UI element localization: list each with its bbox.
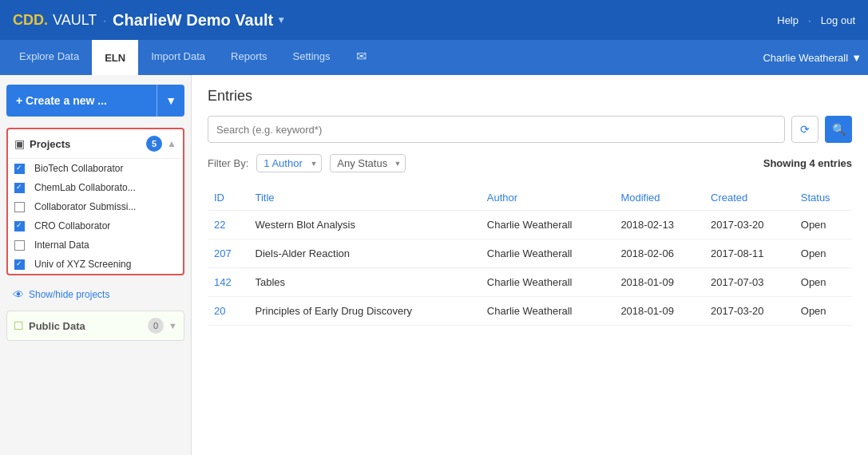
search-input[interactable] [208,116,785,143]
nav-mail[interactable]: ✉ [343,40,379,75]
header-separator: · [103,14,106,26]
project-univ-checkbox[interactable] [14,259,25,270]
header: CDD.VAULT · CharlieW Demo Vault ▼ Help ·… [0,0,868,40]
show-hide-icon: 👁 [13,288,24,301]
status-filter[interactable]: Any Status [330,154,406,172]
nav-reports[interactable]: Reports [218,40,280,75]
cell-author: Charlie Weatherall [481,297,615,326]
project-internal-checkbox[interactable] [14,240,25,251]
project-chemlab-checkbox[interactable] [14,183,25,193]
cell-modified: 2018-02-06 [614,239,704,268]
logout-link[interactable]: Log out [821,14,855,26]
col-id: ID [208,185,249,211]
cell-id: 142 [208,268,249,297]
show-hide-label: Show/hide projects [29,289,109,300]
cell-author: Charlie Weatherall [481,211,615,239]
create-btn-label: + Create a new ... [16,94,107,107]
projects-checkbox-icon[interactable]: ▣ [14,137,25,150]
project-biotech-checkbox[interactable] [14,164,25,174]
public-data-header: ☐ Public Data 0 ▼ [7,311,184,340]
logo-vault: VAULT [53,12,97,29]
nav-right: Charlie Weatherall ▼ [763,40,862,75]
projects-scroll-arrow[interactable]: ▲ [167,138,176,149]
public-data-badge: 0 [148,318,164,334]
cell-author: Charlie Weatherall [481,268,615,297]
project-collaborator-checkbox[interactable] [14,202,25,212]
show-hide-projects[interactable]: 👁 Show/hide projects [6,283,184,306]
nav-import-data[interactable]: Import Data [138,40,218,75]
nav: Explore Data ELN Import Data Reports Set… [0,40,868,75]
layout: + Create a new ... ▼ ▣ Projects 5 ▲ BioT… [0,75,868,455]
filter-by-label: Filter By: [208,157,248,169]
projects-box: ▣ Projects 5 ▲ BioTech Collaborator Chem… [6,128,184,275]
cell-status: Open [795,297,852,326]
nav-username: Charlie Weatherall [763,52,848,64]
project-item-biotech: BioTech Collaborator [8,159,183,178]
table-header-row: ID Title Author Modified Created Status [208,185,852,211]
project-item-chemlab: ChemLab Collaborato... [8,178,183,197]
nav-eln[interactable]: ELN [92,40,138,75]
cell-status: Open [795,239,852,268]
project-item-univ: Univ of XYZ Screening [8,255,183,274]
public-data-box: ☐ Public Data 0 ▼ [6,311,184,341]
search-row: ⟳ 🔍 [208,116,852,143]
project-item-collaborator: Collaborator Submissi... [8,197,183,216]
col-title: Title [249,185,481,211]
create-new-button[interactable]: + Create a new ... ▼ [6,85,184,117]
project-univ-label: Univ of XYZ Screening [34,259,176,270]
author-filter-wrap: 1 Author [256,154,322,172]
project-cro-checkbox[interactable] [14,221,25,231]
vault-name: CharlieW Demo Vault [113,11,273,30]
table-row: 20 Principles of Early Drug Discovery Ch… [208,297,852,326]
col-modified: Modified [614,185,704,211]
logo-cdd: CDD. [13,12,48,29]
cell-created: 2017-03-20 [704,297,795,326]
project-collaborator-label: Collaborator Submissi... [34,201,176,212]
col-author: Author [481,185,615,211]
project-cro-label: CRO Collaborator [34,220,176,231]
sidebar: + Create a new ... ▼ ▣ Projects 5 ▲ BioT… [0,75,192,455]
cell-title: Diels-Alder Reaction [249,239,481,268]
cell-id: 20 [208,297,249,326]
showing-count: Showing 4 entries [763,157,852,169]
search-go-button[interactable]: 🔍 [825,116,852,143]
search-refresh-button[interactable]: ⟳ [791,116,818,143]
cell-modified: 2018-02-13 [614,211,704,239]
filter-row: Filter By: 1 Author Any Status Showing 4… [208,154,852,172]
vault-dropdown-arrow[interactable]: ▼ [276,14,286,26]
project-internal-label: Internal Data [34,239,176,251]
cell-created: 2017-07-03 [704,268,795,297]
col-status: Status [795,185,852,211]
header-right: Help · Log out [777,14,855,26]
cell-id: 207 [208,239,249,268]
cell-created: 2017-08-11 [704,239,795,268]
cell-title: Tables [249,268,481,297]
public-data-arrow[interactable]: ▼ [168,321,177,330]
status-filter-wrap: Any Status [330,154,406,172]
entries-table: ID Title Author Modified Created Status … [208,185,852,326]
logo: CDD.VAULT [13,12,97,29]
cell-id: 22 [208,211,249,239]
search-icon: 🔍 [832,123,846,136]
project-item-internal: Internal Data [8,235,183,255]
author-filter[interactable]: 1 Author [256,154,322,172]
public-data-title: Public Data [29,320,143,332]
cell-modified: 2018-01-09 [614,297,704,326]
public-data-checkbox[interactable]: ☐ [14,319,24,332]
nav-settings[interactable]: Settings [280,40,343,75]
cell-created: 2017-03-20 [704,211,795,239]
nav-user[interactable]: Charlie Weatherall ▼ [763,52,862,64]
table-row: 207 Diels-Alder Reaction Charlie Weather… [208,239,852,268]
help-link[interactable]: Help [777,14,799,26]
projects-header: ▣ Projects 5 ▲ [8,129,183,159]
page-title: Entries [208,88,852,105]
cell-author: Charlie Weatherall [481,239,615,268]
nav-user-arrow: ▼ [851,52,862,64]
cell-title: Western Blot Analysis [249,211,481,239]
nav-explore-data[interactable]: Explore Data [6,40,92,75]
project-biotech-label: BioTech Collaborator [34,163,176,174]
col-created: Created [704,185,795,211]
cell-status: Open [795,211,852,239]
cell-status: Open [795,268,852,297]
table-row: 22 Western Blot Analysis Charlie Weather… [208,211,852,239]
